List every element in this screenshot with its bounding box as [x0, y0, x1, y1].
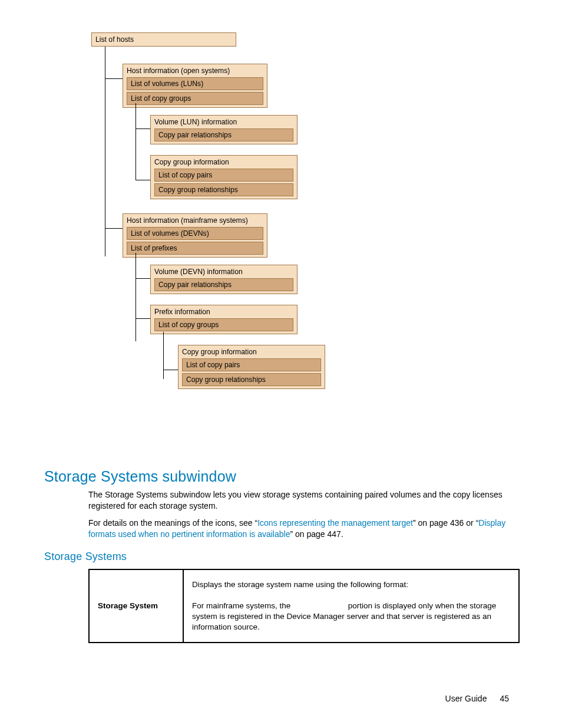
- node-host-mf-item-1: List of prefixes: [127, 242, 263, 255]
- paragraph-refs: For details on the meanings of the icons…: [88, 518, 515, 540]
- cell-desc-line1: Displays the storage system name using t…: [192, 579, 510, 590]
- paragraph-intro: The Storage Systems subwindow lets you v…: [88, 489, 515, 512]
- node-cg1-item-0: List of copy pairs: [154, 169, 293, 182]
- node-vol-devn-title: Volume (DEVN) information: [154, 268, 293, 276]
- page-footer: User Guide45: [445, 694, 509, 703]
- node-cg1-title: Copy group information: [154, 158, 293, 166]
- node-cg2-title: Copy group information: [182, 348, 321, 356]
- cell-storage-system-desc: Displays the storage system name using t…: [183, 569, 519, 643]
- storage-systems-table: Storage System Displays the storage syst…: [88, 569, 520, 643]
- node-host-open-item-0: List of volumes (LUNs): [127, 77, 263, 90]
- node-host-open-item-1: List of copy groups: [127, 92, 263, 105]
- node-vol-devn: Volume (DEVN) information Copy pair rela…: [150, 265, 297, 294]
- node-cg1: Copy group information List of copy pair…: [150, 155, 297, 199]
- node-vol-lun: Volume (LUN) information Copy pair relat…: [150, 115, 297, 144]
- cell-storage-system-label: Storage System: [89, 569, 183, 643]
- node-prefix-title: Prefix information: [154, 308, 293, 316]
- node-vol-devn-item-0: Copy pair relationships: [154, 278, 293, 291]
- paragraph-refs-a: For details on the meanings of the icons…: [88, 518, 257, 528]
- node-cg2: Copy group information List of copy pair…: [178, 345, 325, 389]
- node-root: List of hosts: [91, 32, 236, 47]
- footer-page-number: 45: [500, 694, 509, 703]
- paragraph-refs-c: ” on page 447.: [290, 529, 343, 539]
- node-cg2-item-0: List of copy pairs: [182, 358, 321, 371]
- cell-desc-line2: For mainframe systems, the portion is di…: [192, 601, 510, 633]
- node-host-mf-item-0: List of volumes (DEVNs): [127, 227, 263, 240]
- paragraph-refs-b: ” on page 436 or “: [413, 518, 478, 528]
- node-root-label: List of hosts: [95, 35, 134, 44]
- node-host-open-title: Host information (open systems): [127, 67, 263, 75]
- node-cg2-item-1: Copy group relationships: [182, 373, 321, 386]
- node-host-mf: Host information (mainframe systems) Lis…: [123, 213, 267, 258]
- node-host-open: Host information (open systems) List of …: [123, 64, 267, 108]
- node-host-mf-title: Host information (mainframe systems): [127, 216, 263, 225]
- node-vol-lun-title: Volume (LUN) information: [154, 118, 293, 126]
- footer-label: User Guide: [445, 694, 487, 703]
- node-prefix-item-0: List of copy groups: [154, 318, 293, 331]
- node-prefix: Prefix information List of copy groups: [150, 305, 297, 334]
- heading-storage-systems: Storage Systems: [44, 551, 127, 563]
- node-vol-lun-item-0: Copy pair relationships: [154, 129, 293, 141]
- paragraph-intro-text: The Storage Systems subwindow lets you v…: [88, 490, 503, 510]
- table-row: Storage System Displays the storage syst…: [89, 569, 519, 643]
- hierarchy-diagram: List of hosts Host information (open sys…: [91, 32, 351, 463]
- link-icons-representing[interactable]: Icons representing the management target: [257, 518, 413, 528]
- heading-storage-systems-subwindow: Storage Systems subwindow: [44, 468, 236, 485]
- page: List of hosts Host information (open sys…: [0, 0, 562, 728]
- node-cg1-item-1: Copy group relationships: [154, 183, 293, 196]
